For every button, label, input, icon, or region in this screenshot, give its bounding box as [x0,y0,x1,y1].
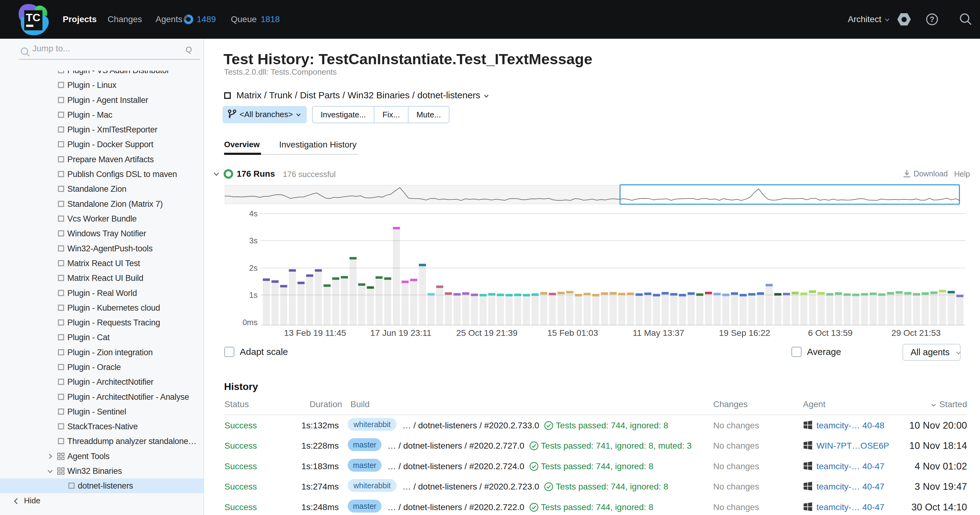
svg-text:2s: 2s [249,263,258,273]
svg-text:19 Sep 16:22: 19 Sep 16:22 [719,328,770,338]
svg-text:3s: 3s [249,236,258,245]
svg-text:13 Feb 19 11:45: 13 Feb 19 11:45 [284,328,346,338]
svg-text:0ms: 0ms [243,318,258,327]
svg-text:29 Oct 21:53: 29 Oct 21:53 [891,328,941,338]
svg-text:4s: 4s [249,209,258,218]
svg-text:17 Jun 19 23:11: 17 Jun 19 23:11 [371,328,431,338]
svg-text:25 Oct 19 21:39: 25 Oct 19 21:39 [456,328,517,338]
svg-text:6 Oct 13:59: 6 Oct 13:59 [808,328,853,338]
svg-text:?: ? [929,15,934,24]
svg-text:TC: TC [26,11,41,24]
svg-text:1s: 1s [249,290,258,300]
svg-text:15 Feb 01:03: 15 Feb 01:03 [547,328,598,338]
svg-text:11 May 13:37: 11 May 13:37 [633,328,684,338]
